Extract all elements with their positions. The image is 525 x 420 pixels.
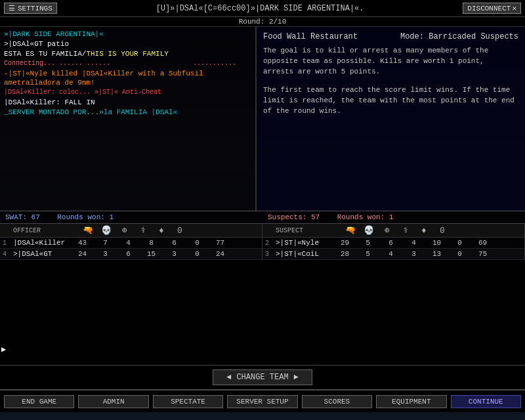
susp-icon3: ⊕ <box>378 225 396 236</box>
disconnect-label: DISCONNECT <box>467 5 511 12</box>
swat-team-panel: OFFICER 🔫 💀 ⊕ ⚕ ♦ 0 1 |DSAl«Killer 43 7 … <box>0 224 262 260</box>
cursor: ▶ <box>1 345 8 354</box>
bottom-bar: END GAME ADMIN SPECTATE SERVER SETUP SCO… <box>0 390 525 412</box>
officer-col-header: OFFICER <box>13 227 79 234</box>
swat-player-row: 1 |DSAl«Killer 43 7 4 8 6 0 77 <box>0 238 262 249</box>
susp-icon5: ♦ <box>415 226 433 236</box>
continue-button[interactable]: CONTINUE <box>451 395 521 408</box>
suspects-team-panel: SUSPECT 🔫 💀 ⊕ ⚕ ♦ 0 2 >|ST|«Nyle 29 5 6 … <box>262 224 525 260</box>
mode-label: Mode: Barricaded Suspects <box>400 32 518 41</box>
chat-line: »|DARK SIDE ARGENTINA|« <box>4 30 251 39</box>
chat-line: |DSAl«Killer: coloc... »|ST|« Anti-Cheat <box>4 88 251 97</box>
suspects-player-row: 3 >|ST|«CoiL 28 5 4 3 13 0 75 <box>262 249 524 260</box>
swat-icon2: 💀 <box>97 225 116 236</box>
chat-line: -|ST|«Nyle killed |DSAl«Killer with a Su… <box>4 69 251 87</box>
info-description2: The first team to reach the score limit … <box>263 85 518 116</box>
settings-label: SETTINGS <box>18 5 52 12</box>
suspects-player-row: 2 >|ST|«Nyle 29 5 6 4 10 0 69 <box>262 238 524 249</box>
info-panel: Food Wall Restaurant Mode: Barricaded Su… <box>256 27 525 211</box>
settings-button[interactable]: ☰ SETTINGS <box>4 3 57 14</box>
susp-icon2: 💀 <box>360 225 378 236</box>
end-game-button[interactable]: END GAME <box>4 395 74 408</box>
info-description1: The goal is to kill or arrest as many me… <box>263 45 518 77</box>
equipment-button[interactable]: EQUIPMENT <box>376 395 446 408</box>
change-team-button[interactable]: ◄ CHANGE TEAM ► <box>213 369 312 385</box>
swat-col-headers: OFFICER 🔫 💀 ⊕ ⚕ ♦ 0 <box>0 224 262 238</box>
server-setup-button[interactable]: SERVER SETUP <box>227 395 297 408</box>
susp-icon6: 0 <box>433 226 452 236</box>
swat-player-row: 4 >|DSAl«GT 24 3 6 15 3 0 24 <box>0 249 262 260</box>
change-team-label: CHANGE TEAM <box>236 373 288 382</box>
suspects-col-headers: SUSPECT 🔫 💀 ⊕ ⚕ ♦ 0 <box>262 224 524 238</box>
disconnect-button[interactable]: DISCONNECT ✕ <box>463 3 521 14</box>
chat-line: >|DSAl«GT patio <box>4 39 251 49</box>
admin-button[interactable]: ADMIN <box>78 395 148 408</box>
scoreboard: SWAT: 67 Rounds won: 1 Suspects: 57 Roun… <box>0 211 525 365</box>
content-area: »|DARK SIDE ARGENTINA|« >|DSAl«GT patio … <box>0 27 525 211</box>
susp-icon4: ⚕ <box>396 225 415 236</box>
susp-icon1: 🔫 <box>341 225 360 236</box>
arrow-left-icon: ◄ <box>226 373 231 382</box>
disconnect-icon: ✕ <box>512 4 516 12</box>
score-headers: SWAT: 67 Rounds won: 1 Suspects: 57 Roun… <box>0 211 525 224</box>
chat-line: Connecting... ...... ...... ........... <box>4 59 251 68</box>
top-bar: ☰ SETTINGS [U]»|DSAl«[C=66cc00]»|DARK SI… <box>0 0 525 17</box>
server-title: [U]»|DSAl«[C=66cc00]»|DARK SIDE ARGENTIN… <box>57 4 463 13</box>
suspect-col-header: SUSPECT <box>276 227 341 234</box>
swat-icon5: ♦ <box>152 226 171 236</box>
chat-panel: »|DARK SIDE ARGENTINA|« >|DSAl«GT patio … <box>0 27 256 211</box>
swat-icon1: 🔫 <box>79 225 97 236</box>
settings-icon: ☰ <box>9 4 15 12</box>
suspects-score-header: Suspects: 57 Rounds won: 1 <box>268 213 520 221</box>
swat-icon6: 0 <box>171 226 189 236</box>
chat-line: ESTA ES TU FAMILIA/THIS IS YOUR FAMILY <box>4 49 251 58</box>
swat-icon4: ⚕ <box>134 225 152 236</box>
teams-container: OFFICER 🔫 💀 ⊕ ⚕ ♦ 0 1 |DSAl«Killer 43 7 … <box>0 224 525 260</box>
score-list-area <box>0 260 525 365</box>
swat-score-header: SWAT: 67 Rounds won: 1 <box>5 213 268 221</box>
scores-button[interactable]: SCORES <box>302 395 372 408</box>
arrow-right-icon: ► <box>294 373 299 382</box>
swat-icon3: ⊕ <box>116 225 134 236</box>
chat-line: _SERVER MONTADO POR...»la FAMILIA |DSAl« <box>4 108 251 117</box>
chat-line: |DSAl«Killer: FALL IN <box>4 98 251 107</box>
info-header: Food Wall Restaurant Mode: Barricaded Su… <box>263 32 518 41</box>
spectate-button[interactable]: SPECTATE <box>153 395 223 408</box>
change-team-bar: ◄ CHANGE TEAM ► <box>0 365 525 390</box>
round-info: Round: 2/10 <box>0 17 525 27</box>
location-label: Food Wall Restaurant <box>263 32 358 41</box>
